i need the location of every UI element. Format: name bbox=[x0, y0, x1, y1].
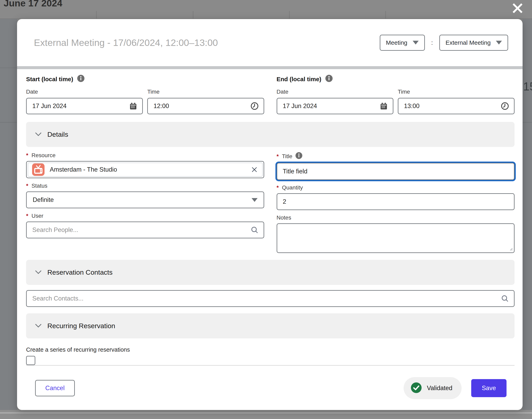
title-field[interactable] bbox=[277, 163, 515, 180]
calendar-icon[interactable] bbox=[129, 102, 137, 110]
calendar-gridline bbox=[522, 122, 532, 123]
search-icon[interactable] bbox=[250, 226, 259, 234]
details-fields: * Resource Amsterdam - The Studio bbox=[26, 147, 515, 254]
category-dropdown[interactable]: Meeting bbox=[380, 35, 425, 51]
notes-textarea[interactable] bbox=[277, 223, 515, 253]
chevron-down-icon bbox=[413, 41, 419, 44]
modal-body: Start (local time) Date bbox=[17, 69, 523, 410]
start-date-input[interactable] bbox=[32, 103, 126, 110]
modal-footer: Cancel Validated Save bbox=[26, 365, 515, 410]
close-icon bbox=[509, 2, 526, 15]
status-select[interactable]: Definite bbox=[26, 191, 264, 208]
clear-resource-icon[interactable] bbox=[251, 166, 258, 173]
required-marker: * bbox=[26, 213, 28, 219]
resource-tv-icon bbox=[32, 163, 44, 176]
info-icon bbox=[77, 75, 84, 83]
start-time-label: Time bbox=[147, 89, 264, 95]
end-date-field[interactable] bbox=[277, 98, 393, 114]
end-time-input[interactable] bbox=[404, 103, 497, 110]
validated-badge: Validated bbox=[404, 377, 462, 399]
user-label: User bbox=[31, 213, 43, 219]
calendar-topbar: June 17 2024 bbox=[0, 0, 532, 19]
calendar-date-header: June 17 2024 bbox=[4, 0, 62, 9]
calendar-gridline bbox=[289, 11, 290, 19]
resource-value: Amsterdam - The Studio bbox=[50, 166, 242, 173]
end-label: End (local time) bbox=[277, 76, 321, 83]
start-time-input[interactable] bbox=[153, 103, 247, 110]
required-marker: * bbox=[26, 152, 28, 158]
calendar-right-strip bbox=[522, 19, 532, 419]
header-divider bbox=[17, 66, 523, 69]
contacts-search-field[interactable] bbox=[26, 290, 515, 307]
subtype-dropdown[interactable]: External Meeting bbox=[439, 35, 508, 51]
calendar-gridline bbox=[0, 67, 17, 68]
close-button[interactable] bbox=[509, 0, 526, 15]
cancel-button[interactable]: Cancel bbox=[35, 380, 75, 396]
clock-icon[interactable] bbox=[250, 102, 259, 110]
save-button[interactable]: Save bbox=[471, 379, 506, 397]
search-icon[interactable] bbox=[501, 294, 509, 303]
title-input[interactable] bbox=[283, 168, 509, 175]
validated-text: Validated bbox=[427, 384, 452, 392]
status-value: Definite bbox=[33, 196, 54, 203]
calendar-gridline bbox=[0, 122, 17, 123]
info-icon bbox=[325, 75, 333, 83]
calendar-gridline bbox=[96, 11, 97, 19]
resource-field[interactable]: Amsterdam - The Studio bbox=[26, 161, 264, 178]
reservation-modal: External Meeting - 17/06/2024, 12:00–13:… bbox=[17, 19, 523, 410]
end-date-input[interactable] bbox=[283, 103, 376, 110]
required-marker: * bbox=[277, 184, 279, 191]
recurring-checkbox[interactable] bbox=[26, 356, 35, 365]
chevron-down-icon bbox=[496, 41, 502, 44]
datetime-row: Start (local time) Date bbox=[26, 75, 515, 114]
resource-label: Resource bbox=[31, 152, 55, 158]
category-dropdown-label: Meeting bbox=[386, 39, 408, 46]
type-separator: : bbox=[431, 39, 433, 46]
start-time-field[interactable] bbox=[147, 98, 264, 114]
calendar-day-number: 15 bbox=[523, 80, 532, 93]
section-details[interactable]: Details bbox=[26, 122, 515, 147]
end-group: End (local time) Date bbox=[277, 75, 515, 114]
required-marker: * bbox=[26, 183, 28, 189]
quantity-input[interactable] bbox=[283, 198, 509, 205]
status-label: Status bbox=[31, 183, 47, 189]
subtype-dropdown-label: External Meeting bbox=[446, 39, 491, 46]
end-date-label: Date bbox=[277, 89, 393, 95]
modal-header: External Meeting - 17/06/2024, 12:00–13:… bbox=[17, 19, 523, 66]
start-group: Start (local time) Date bbox=[26, 75, 264, 114]
quantity-field[interactable] bbox=[277, 193, 515, 210]
start-date-field[interactable] bbox=[26, 98, 143, 114]
calendar-gridline bbox=[193, 11, 193, 19]
type-controls: Meeting : External Meeting bbox=[380, 35, 508, 51]
recurring-checkbox-label: Create a series of recurring reservation… bbox=[26, 346, 515, 353]
title-label: Title bbox=[282, 153, 292, 160]
contacts-search-input[interactable] bbox=[32, 295, 497, 302]
chevron-down-icon bbox=[35, 270, 42, 275]
chevron-down-icon bbox=[252, 198, 258, 202]
required-marker: * bbox=[277, 153, 279, 160]
start-label: Start (local time) bbox=[26, 76, 73, 83]
clock-icon[interactable] bbox=[501, 102, 509, 110]
reservation-title-display: External Meeting - 17/06/2024, 12:00–13:… bbox=[34, 37, 218, 48]
section-recurring[interactable]: Recurring Reservation bbox=[26, 313, 515, 338]
start-date-label: Date bbox=[26, 89, 143, 95]
section-contacts[interactable]: Reservation Contacts bbox=[26, 260, 515, 285]
notes-label: Notes bbox=[277, 214, 291, 221]
user-search-field[interactable] bbox=[26, 222, 264, 238]
section-contacts-title: Reservation Contacts bbox=[47, 268, 112, 276]
quantity-label: Quantity bbox=[282, 184, 303, 191]
calendar-left-strip bbox=[0, 19, 17, 419]
section-details-title: Details bbox=[47, 131, 68, 138]
end-time-label: Time bbox=[398, 89, 515, 95]
end-time-field[interactable] bbox=[398, 98, 515, 114]
chevron-down-icon bbox=[35, 323, 42, 328]
user-search-input[interactable] bbox=[32, 226, 247, 234]
info-icon bbox=[296, 152, 302, 160]
calendar-gridline bbox=[0, 412, 532, 414]
section-recurring-title: Recurring Reservation bbox=[47, 322, 115, 330]
calendar-icon[interactable] bbox=[380, 102, 388, 110]
check-circle-icon bbox=[410, 382, 422, 394]
calendar-gridline bbox=[385, 11, 386, 19]
chevron-down-icon bbox=[35, 132, 42, 137]
calendar-bottom-strip bbox=[0, 410, 532, 419]
